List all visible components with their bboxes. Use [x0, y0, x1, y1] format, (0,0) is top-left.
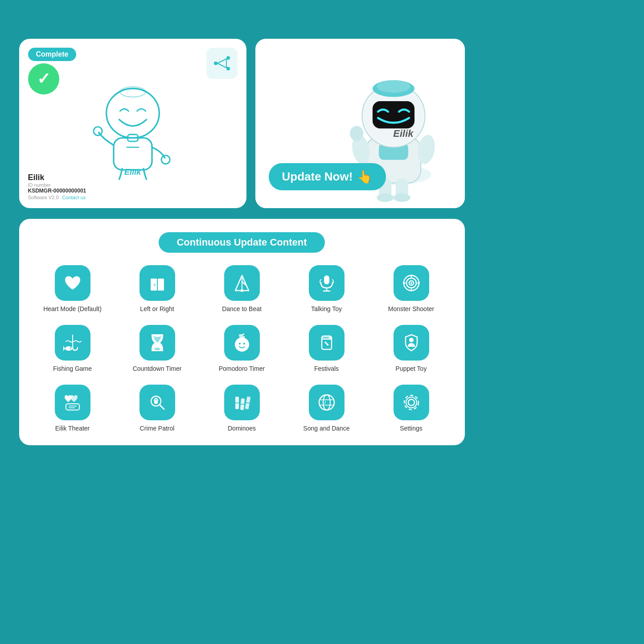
monster-shooter-icon-circle — [394, 265, 429, 301]
icon-grid: Heart Mode (Default) ? Left or Right — [33, 265, 451, 432]
right-update-card: Eilik Update Now! 👆 — [255, 39, 465, 208]
update-now-label: Update Now! — [282, 170, 353, 184]
check-icon — [28, 63, 59, 94]
talking-toy-icon-circle — [309, 265, 345, 301]
dominoes-icon — [232, 392, 252, 413]
dominoes-label: Dominoes — [228, 425, 256, 432]
svg-point-36 — [241, 289, 243, 292]
svg-rect-8 — [113, 138, 152, 170]
svg-line-3 — [217, 59, 226, 63]
gift-icon: ? — [147, 273, 168, 293]
svg-point-23 — [350, 126, 363, 141]
svg-point-86 — [406, 397, 417, 408]
software-label: Software V2.0 — [28, 195, 59, 200]
left-info-card: Complete — [19, 39, 246, 208]
svg-text:?: ? — [153, 283, 156, 287]
svg-point-70 — [154, 399, 155, 400]
svg-line-4 — [217, 63, 226, 68]
puppet-icon — [401, 332, 422, 353]
network-icon — [212, 53, 232, 73]
left-right-icon-circle: ? — [139, 265, 175, 301]
section-header: Continuous Update Content — [33, 232, 451, 253]
puppet-toy-icon-circle — [394, 325, 429, 361]
svg-rect-21 — [372, 101, 414, 128]
calendar-festival-icon: ★ — [316, 332, 337, 353]
puppet-toy-label: Puppet Toy — [396, 365, 427, 372]
left-right-label: Left or Right — [140, 305, 174, 312]
icon-item-talking-toy: Talking Toy — [287, 265, 367, 312]
bottom-content-card: Continuous Update Content Heart Mode (De… — [19, 219, 465, 445]
svg-rect-37 — [324, 275, 329, 284]
talking-toy-label: Talking Toy — [311, 305, 342, 312]
left-card-info: Eilik ID number KSDMGR-00000000001 Softw… — [28, 173, 86, 200]
svg-point-68 — [154, 398, 158, 402]
tomato-icon — [232, 332, 252, 353]
svg-text:♪: ♪ — [324, 398, 327, 405]
heart-icon — [62, 273, 83, 293]
svg-point-2 — [226, 67, 230, 70]
settings-label: Settings — [400, 425, 422, 432]
dominoes-icon-circle — [224, 385, 260, 420]
song-dance-label: Song and Dance — [303, 425, 349, 432]
festivals-icon-circle: ★ — [309, 325, 345, 361]
eilik-center-label: Eilik — [124, 168, 141, 177]
section-title: Continuous Update Content — [159, 232, 324, 253]
svg-point-79 — [319, 395, 334, 410]
svg-line-67 — [160, 405, 164, 409]
network-icon-box — [206, 48, 238, 79]
svg-rect-69 — [154, 402, 158, 404]
icon-item-pomodoro-timer: Pomodoro Timer — [202, 325, 282, 372]
dance-beat-label: Dance to Beat — [222, 305, 262, 312]
crime-icon — [147, 392, 168, 413]
icon-item-left-right: ? Left or Right — [117, 265, 197, 312]
eilik-right-label: Eilik — [393, 128, 413, 139]
countdown-timer-icon-circle — [139, 325, 175, 361]
icon-item-song-dance: ♪ Song and Dance — [287, 385, 367, 432]
icon-item-fishing-game: Fishing Game — [33, 325, 113, 372]
theater-icon — [62, 392, 83, 413]
icon-item-monster-shooter: Monster Shooter — [371, 265, 451, 312]
settings-icon-circle[interactable] — [394, 385, 429, 420]
contact-link[interactable]: Contact us — [62, 195, 86, 200]
globe-music-icon: ♪ — [316, 392, 337, 413]
eilik-theater-icon-circle — [55, 385, 90, 420]
svg-point-62 — [409, 338, 414, 342]
microphone-icon — [316, 273, 337, 293]
fishing-game-icon-circle — [55, 325, 90, 361]
monster-shooter-label: Monster Shooter — [388, 305, 435, 312]
pomodoro-timer-icon-circle — [224, 325, 260, 361]
svg-point-54 — [154, 348, 160, 350]
icon-item-crime-patrol: Crime Patrol — [117, 385, 197, 432]
fishing-icon — [62, 332, 83, 353]
finger-cursor-icon: 👆 — [357, 169, 373, 184]
svg-point-71 — [156, 399, 157, 400]
crime-patrol-label: Crime Patrol — [140, 425, 175, 432]
svg-point-0 — [214, 62, 217, 65]
svg-point-55 — [235, 337, 249, 352]
svg-point-49 — [65, 346, 72, 351]
metronome-icon — [232, 273, 252, 293]
icon-item-puppet-toy: Puppet Toy — [371, 325, 451, 372]
svg-point-27 — [377, 193, 394, 202]
svg-point-20 — [377, 80, 410, 92]
fishing-game-label: Fishing Game — [53, 365, 92, 372]
crime-patrol-icon-circle — [139, 385, 175, 420]
settings-gear-icon — [401, 392, 422, 413]
svg-marker-50 — [63, 346, 65, 351]
id-label: ID number — [28, 182, 86, 188]
hourglass-icon — [147, 332, 168, 353]
dance-beat-icon-circle — [224, 265, 260, 301]
target-icon — [401, 273, 422, 293]
update-now-button[interactable]: Update Now! 👆 — [269, 163, 386, 190]
svg-point-51 — [70, 347, 71, 349]
festivals-label: Festivals — [314, 365, 339, 372]
pomodoro-timer-label: Pomodoro Timer — [219, 365, 265, 372]
icon-item-dominoes: Dominoes — [202, 385, 282, 432]
icon-item-countdown-timer: Countdown Timer — [117, 325, 197, 372]
icon-item-dance-beat: Dance to Beat — [202, 265, 282, 312]
icon-item-festivals: ★ Festivals — [287, 325, 367, 372]
svg-point-84 — [408, 399, 414, 406]
robot-body-svg — [88, 83, 177, 181]
icon-item-eilik-theater: Eilik Theater — [33, 385, 113, 432]
heart-mode-icon-circle — [55, 265, 90, 301]
